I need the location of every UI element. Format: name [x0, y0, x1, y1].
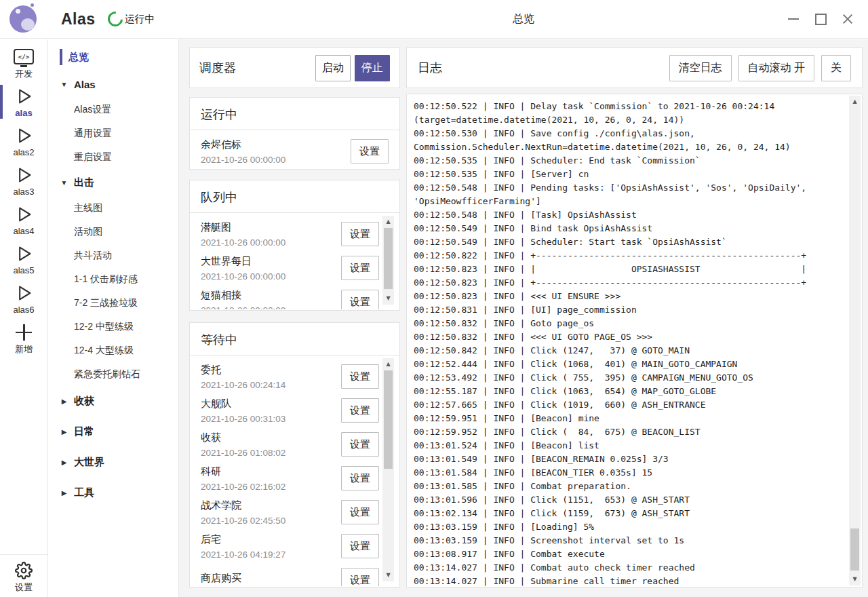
menu-item[interactable]: 主线图: [49, 196, 178, 220]
logo-blob: [31, 3, 34, 7]
menu-section-alas[interactable]: ▼ Alas: [49, 71, 178, 98]
app-logo-icon: [9, 5, 37, 33]
nav-item-instance[interactable]: alas6: [0, 279, 47, 318]
log-scrollbar[interactable]: [849, 96, 861, 585]
scroll-up-icon[interactable]: [382, 360, 394, 369]
log-line: 00:13:03.159 | INFO | [Loading] 5%: [414, 520, 844, 534]
waiting-scrollbar[interactable]: [382, 358, 394, 581]
task-setting-button[interactable]: 设置: [351, 139, 389, 163]
scroll-thumb[interactable]: [384, 370, 393, 469]
task-setting-button[interactable]: 设置: [341, 534, 379, 558]
task-time: 2021-10-26 00:00:00: [201, 305, 285, 310]
menu-item[interactable]: 通用设置: [49, 121, 178, 145]
task-setting-button[interactable]: 设置: [341, 290, 379, 309]
scroll-down-icon[interactable]: [849, 575, 861, 584]
menu-item-overview[interactable]: 总览: [49, 43, 178, 71]
rail-spacer: [0, 358, 47, 554]
gear-icon: [15, 560, 33, 581]
menu-item[interactable]: 共斗活动: [49, 244, 178, 267]
menu-section-label: Alas: [74, 79, 96, 90]
scroll-down-icon[interactable]: [382, 571, 394, 580]
log-line: 00:12:50.823 | INFO | | OPSIASHASSIST |: [414, 263, 844, 276]
nav-item-add[interactable]: 新增: [0, 318, 47, 358]
nav-instance-list: alas alas2 alas3: [0, 82, 47, 318]
task-setting-button[interactable]: 设置: [341, 568, 379, 586]
chevron-right-icon: ▶: [60, 489, 68, 497]
log-line: 00:12:57.665 | INFO | Click (1019, 660) …: [414, 398, 844, 412]
autoscroll-on-button[interactable]: 自动滚动 开: [738, 55, 814, 81]
task-setting-button[interactable]: 设置: [341, 222, 379, 246]
nav-item-label: alas6: [13, 305, 34, 315]
play-icon: [14, 283, 33, 303]
task-name: 后宅: [201, 533, 285, 546]
log-line: 00:12:50.823 | INFO | <<< UI ENSURE >>>: [414, 290, 844, 303]
task-row: 大世界每日 2021-10-26 00:00:00 设置: [201, 251, 379, 285]
scheduler-card: 调度器 启动 停止: [189, 47, 400, 88]
task-info: 余烬信标 2021-10-26 00:00:00: [201, 138, 285, 165]
log-line: 00:12:50.548 | INFO | Pending tasks: ['O…: [414, 181, 844, 195]
stop-button[interactable]: 停止: [355, 55, 390, 81]
nav-item-dev[interactable]: </> 开发: [0, 43, 47, 82]
scroll-up-icon[interactable]: [382, 217, 394, 227]
minimize-button[interactable]: [780, 5, 807, 33]
scroll-up-icon[interactable]: [849, 97, 861, 107]
nav-item-instance[interactable]: alas3: [0, 161, 47, 200]
menu-section-combat[interactable]: ▼ 出击: [49, 169, 178, 196]
maximize-icon: [815, 14, 827, 25]
log-buttons: 清空日志 自动滚动 开 关: [663, 55, 851, 81]
task-time: 2021-10-26 02:16:02: [201, 482, 285, 492]
log-line: 00:12:50.535 | INFO | Scheduler: End tas…: [414, 154, 844, 168]
task-setting-button[interactable]: 设置: [341, 500, 379, 524]
clear-log-button[interactable]: 清空日志: [669, 55, 732, 81]
menu-item[interactable]: 12-4 大型练级: [49, 339, 178, 362]
menu-section-tool[interactable]: ▶ 工具: [49, 478, 178, 508]
menu-item[interactable]: Alas设置: [49, 98, 178, 121]
task-info: 科研 2021-10-26 02:16:02: [201, 465, 285, 492]
menu-item[interactable]: 7-2 三战捡垃圾: [49, 291, 178, 315]
scroll-thumb[interactable]: [850, 528, 859, 571]
menu-item[interactable]: 12-2 中型练级: [49, 315, 178, 339]
menu-item[interactable]: 紧急委托刷钻石: [49, 362, 178, 386]
maximize-button[interactable]: [807, 5, 834, 33]
menu-group-alas: Alas设置 通用设置 重启设置: [49, 98, 178, 169]
running-spinner-icon: [104, 9, 125, 30]
task-name: 余烬信标: [201, 138, 285, 151]
log-line: 00:12:50.832 | INFO | Goto page_os: [414, 317, 844, 330]
task-setting-button[interactable]: 设置: [341, 466, 379, 490]
task-name: 短猫相接: [201, 289, 285, 302]
autoscroll-off-button[interactable]: 关: [821, 55, 851, 81]
menu-section-label: 收获: [74, 395, 94, 408]
nav-item-instance[interactable]: alas4: [0, 200, 47, 239]
start-button[interactable]: 启动: [315, 55, 351, 81]
menu-item[interactable]: 重启设置: [49, 145, 178, 169]
task-row: 潜艇图 2021-10-26 00:00:00 设置: [201, 217, 379, 251]
nav-item-settings[interactable]: 设置: [0, 554, 47, 597]
task-name: 大世界每日: [201, 255, 285, 268]
task-setting-button[interactable]: 设置: [341, 432, 379, 457]
task-name: 委托: [201, 364, 285, 377]
task-name: 大舰队: [201, 398, 285, 410]
nav-item-instance[interactable]: alas5: [0, 239, 47, 279]
menu-section-reward[interactable]: ▶ 收获: [49, 386, 178, 417]
log-line: 00:12:50.842 | INFO | Click (1247, 37) @…: [414, 344, 844, 358]
menu-item[interactable]: 活动图: [49, 220, 178, 244]
log-line: 00:12:50.823 | INFO | +-----------------…: [414, 276, 844, 290]
nav-item-instance[interactable]: alas2: [0, 121, 47, 161]
menu-item[interactable]: 1-1 伏击刷好感: [49, 267, 178, 291]
scroll-down-icon[interactable]: [382, 294, 394, 303]
task-setting-button[interactable]: 设置: [341, 256, 379, 280]
pending-scrollbar[interactable]: [382, 216, 394, 305]
task-setting-button[interactable]: 设置: [341, 398, 379, 423]
task-setting-button[interactable]: 设置: [341, 364, 379, 389]
log-line: 00:12:55.187 | INFO | Click (1063, 654) …: [414, 385, 844, 398]
menu-section-daily[interactable]: ▶ 日常: [49, 417, 178, 447]
scroll-thumb[interactable]: [384, 228, 393, 289]
close-button[interactable]: [834, 5, 861, 33]
menu-section-opsi[interactable]: ▶ 大世界: [49, 447, 178, 478]
menu-group-combat: 主线图 活动图 共斗活动 1-1 伏击刷好感 7-2 三战捡垃圾 12-2 中型…: [49, 196, 178, 386]
running-title: 运行中: [190, 98, 399, 130]
log-line: 00:12:59.952 | INFO | Click ( 84, 675) @…: [414, 425, 844, 439]
nav-item-instance[interactable]: alas: [0, 82, 47, 121]
waiting-title: 等待中: [190, 323, 399, 355]
chevron-right-icon: ▶: [60, 428, 68, 436]
